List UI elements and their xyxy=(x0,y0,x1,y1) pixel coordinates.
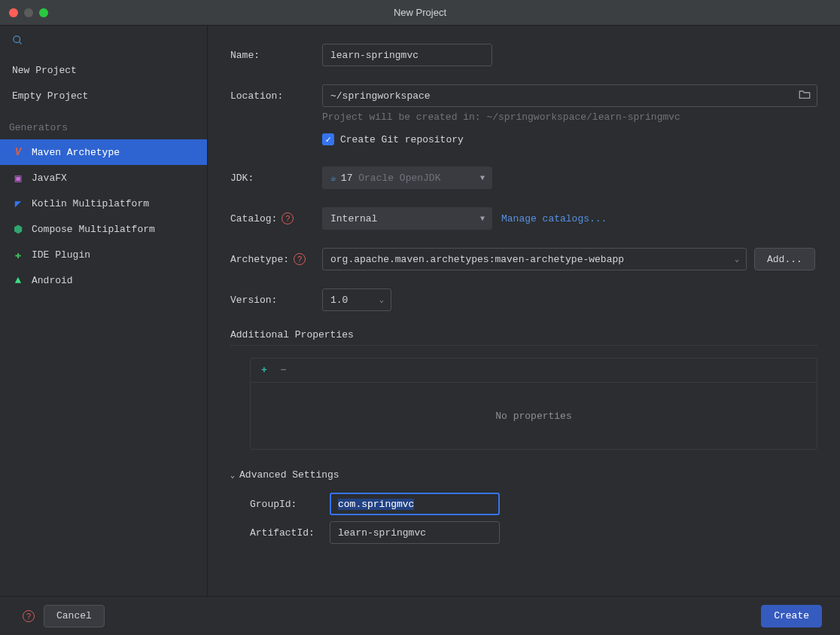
sidebar: New Project Empty Project Generators V M… xyxy=(0,26,208,596)
sidebar-item-label: IDE Plugin xyxy=(32,249,90,261)
generator-android[interactable]: ▲ Android xyxy=(0,267,207,293)
catalog-select[interactable]: Internal xyxy=(322,207,492,230)
help-icon[interactable]: ? xyxy=(282,212,294,224)
window-title: New Project xyxy=(394,7,446,18)
generators-header: Generators xyxy=(0,108,207,139)
advanced-settings-toggle[interactable]: ⌄ Advanced Settings xyxy=(230,469,817,481)
svg-line-1 xyxy=(19,41,21,44)
kotlin-icon: ◤ xyxy=(12,197,24,209)
help-icon[interactable]: ? xyxy=(23,610,35,622)
sidebar-item-label: Compose Multiplatform xyxy=(32,224,155,235)
minimize-window-icon[interactable] xyxy=(24,8,33,17)
advanced-settings-title: Advanced Settings xyxy=(239,469,339,481)
android-icon: ▲ xyxy=(12,274,24,286)
generator-ide-plugin[interactable]: ✚ IDE Plugin xyxy=(0,242,207,267)
archetype-select[interactable]: org.apache.maven.archetypes:maven-archet… xyxy=(322,248,747,270)
generator-kotlin-multiplatform[interactable]: ◤ Kotlin Multiplatform xyxy=(0,191,207,216)
plugin-icon: ✚ xyxy=(12,249,24,261)
footer: ? Cancel Create xyxy=(0,596,840,635)
sidebar-item-label: JavaFX xyxy=(32,172,67,184)
remove-icon: − xyxy=(281,365,287,376)
window-controls xyxy=(9,8,48,17)
generator-maven-archetype[interactable]: V Maven Archetype xyxy=(0,139,207,165)
properties-empty: No properties xyxy=(251,383,817,449)
javafx-icon: ▣ xyxy=(12,172,24,184)
location-input[interactable] xyxy=(323,90,799,102)
name-input[interactable] xyxy=(322,44,492,66)
git-checkbox-row[interactable]: ✓ Create Git repository xyxy=(322,133,817,145)
sidebar-item-label: Kotlin Multiplatform xyxy=(32,198,149,209)
jdk-select[interactable]: ☕ 17 Oracle OpenJDK xyxy=(322,166,492,189)
sidebar-item-label: Android xyxy=(32,275,73,286)
properties-toolbar: + − xyxy=(251,359,817,383)
close-window-icon[interactable] xyxy=(9,8,18,17)
manage-catalogs-link[interactable]: Manage catalogs... xyxy=(501,213,607,224)
main-panel: Name: Location: Project will be created … xyxy=(208,26,840,596)
archetype-label: Archetype:? xyxy=(230,253,322,265)
folder-icon[interactable] xyxy=(799,89,817,103)
sidebar-new-project[interactable]: New Project xyxy=(0,57,207,83)
groupid-value: com.springmvc xyxy=(338,499,414,510)
git-checkbox-label: Create Git repository xyxy=(340,134,464,145)
additional-properties-title: Additional Properties xyxy=(230,329,817,340)
version-label: Version: xyxy=(230,295,322,306)
jdk-version: 17 xyxy=(341,172,353,184)
sidebar-item-label: New Project xyxy=(12,65,77,76)
svg-point-0 xyxy=(14,36,20,43)
version-value: 1.0 xyxy=(330,295,348,306)
artifactid-label: ArtifactId: xyxy=(250,527,330,539)
location-input-wrap xyxy=(322,84,817,107)
sidebar-empty-project[interactable]: Empty Project xyxy=(0,83,207,108)
properties-box: + − No properties xyxy=(250,358,817,450)
catalog-label: Catalog:? xyxy=(230,212,322,224)
sidebar-item-label: Maven Archetype xyxy=(32,147,120,158)
location-label: Location: xyxy=(230,90,322,102)
jdk-label: JDK: xyxy=(230,172,322,184)
archetype-value: org.apache.maven.archetypes:maven-archet… xyxy=(330,254,624,265)
generator-javafx[interactable]: ▣ JavaFX xyxy=(0,165,207,191)
sidebar-item-label: Empty Project xyxy=(12,90,88,102)
jdk-vendor: Oracle OpenJDK xyxy=(358,172,440,184)
name-label: Name: xyxy=(230,50,322,61)
divider xyxy=(230,345,817,346)
compose-icon: ⬢ xyxy=(12,223,24,235)
java-icon: ☕ xyxy=(330,172,336,184)
generator-compose-multiplatform[interactable]: ⬢ Compose Multiplatform xyxy=(0,216,207,242)
maximize-window-icon[interactable] xyxy=(39,8,48,17)
version-select[interactable]: 1.0 xyxy=(322,288,391,311)
groupid-input[interactable]: com.springmvc xyxy=(330,493,500,515)
artifactid-input[interactable] xyxy=(330,521,500,544)
titlebar: New Project xyxy=(0,0,840,26)
add-icon[interactable]: + xyxy=(261,365,267,376)
location-hint: Project will be created in: ~/springwork… xyxy=(322,111,817,123)
checkbox-checked-icon: ✓ xyxy=(322,133,334,145)
groupid-label: GroupId: xyxy=(250,499,330,510)
help-icon[interactable]: ? xyxy=(294,253,306,265)
cancel-button[interactable]: Cancel xyxy=(44,605,105,627)
catalog-value: Internal xyxy=(330,213,377,224)
search-icon[interactable] xyxy=(12,37,23,50)
add-archetype-button[interactable]: Add... xyxy=(754,248,815,270)
chevron-down-icon: ⌄ xyxy=(230,471,235,480)
create-button[interactable]: Create xyxy=(761,605,822,627)
maven-icon: V xyxy=(12,146,24,158)
